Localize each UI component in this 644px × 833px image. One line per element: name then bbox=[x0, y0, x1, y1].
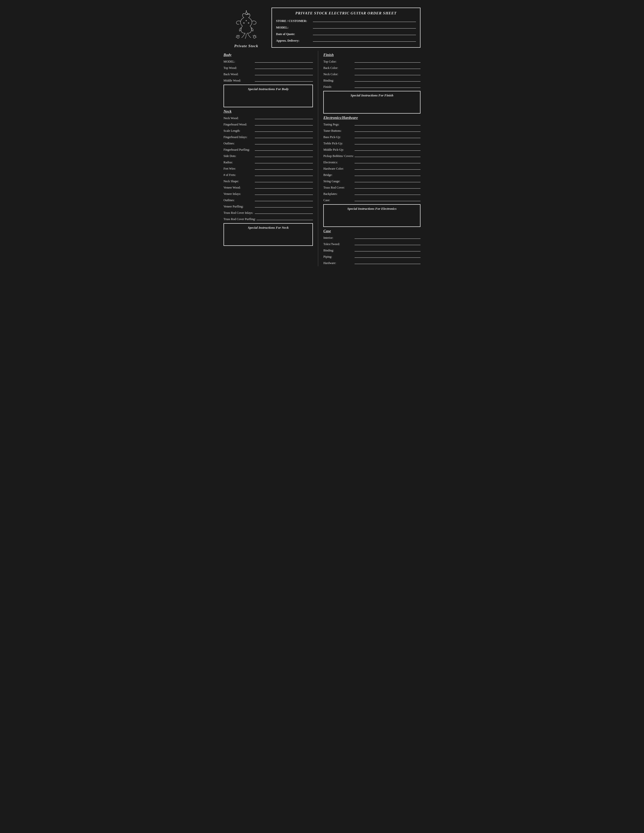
truss-rod-inlays-field: Truss Rod Cover Inlays: bbox=[224, 210, 313, 215]
neck-outlines-input[interactable] bbox=[255, 140, 313, 145]
date-input-line[interactable] bbox=[313, 31, 416, 35]
hardware-color-input[interactable] bbox=[354, 166, 420, 170]
finish-binding-input[interactable] bbox=[354, 77, 420, 82]
fingerboard-purfling-input[interactable] bbox=[255, 147, 313, 151]
truss-rod-cover-input[interactable] bbox=[354, 185, 420, 188]
bridge-label: Bridge: bbox=[323, 173, 354, 177]
date-field: Date of Quote: bbox=[276, 31, 416, 36]
top-color-input[interactable] bbox=[354, 59, 420, 63]
fret-wire-label: Fret Wire: bbox=[224, 167, 254, 170]
body-model-label: MODEL: bbox=[224, 60, 254, 64]
tuning-pegs-input[interactable] bbox=[354, 121, 420, 125]
back-wood-input[interactable] bbox=[255, 71, 313, 75]
radius-input[interactable] bbox=[255, 159, 313, 163]
delivery-input-line[interactable] bbox=[313, 38, 416, 42]
model-header-input-line[interactable] bbox=[313, 24, 416, 29]
veneer-outlines-label: Outlines: bbox=[224, 198, 254, 202]
tolex-label: Tolex/Tweed: bbox=[323, 242, 354, 246]
neck-shape-input[interactable] bbox=[255, 178, 313, 182]
neck-outlines-field: Outlines: bbox=[224, 140, 313, 145]
finish-input[interactable] bbox=[354, 84, 420, 88]
neck-wood-label: Neck Wood: bbox=[224, 116, 254, 120]
middle-wood-label: Middle Wood: bbox=[224, 79, 254, 82]
pickup-bobbins-field: Pickup Bobbins/ Covers: bbox=[323, 153, 420, 158]
svg-point-2 bbox=[243, 23, 245, 24]
back-wood-field: Back Wood: bbox=[224, 71, 313, 76]
fingerboard-wood-input[interactable] bbox=[255, 121, 313, 125]
body-model-input[interactable] bbox=[255, 59, 313, 63]
num-frets-input[interactable] bbox=[255, 172, 313, 176]
backplates-input[interactable] bbox=[354, 191, 420, 195]
scale-length-input[interactable] bbox=[255, 128, 313, 132]
electronics-special-instructions-title: Special Instructions For Electronics bbox=[326, 207, 418, 211]
neck-color-input[interactable] bbox=[354, 71, 420, 75]
veneer-wood-input[interactable] bbox=[255, 185, 313, 188]
treble-pickup-input[interactable] bbox=[354, 140, 420, 145]
left-column: Body MODEL: Top Wood: Back Wood: Middle … bbox=[224, 51, 318, 266]
tolex-input[interactable] bbox=[354, 241, 420, 245]
neck-wood-field: Neck Wood: bbox=[224, 115, 313, 120]
back-color-field: Back Color: bbox=[323, 65, 420, 70]
veneer-purfling-input[interactable] bbox=[255, 203, 313, 207]
backplates-label: Backplates: bbox=[323, 192, 354, 196]
hardware-color-field: Hardware Color: bbox=[323, 166, 420, 170]
string-gauge-field: String Gauge: bbox=[323, 178, 420, 183]
pickup-bobbins-input[interactable] bbox=[354, 153, 420, 157]
truss-rod-inlays-label: Truss Rod Cover Inlays: bbox=[224, 211, 254, 215]
tuning-pegs-label: Tuning Pegs: bbox=[323, 123, 354, 127]
case-binding-field: Binding: bbox=[323, 248, 420, 252]
veneer-outlines-input[interactable] bbox=[255, 197, 313, 201]
piping-input[interactable] bbox=[354, 254, 420, 258]
fingerboard-inlays-field: Fingerboard Inlays: bbox=[224, 134, 313, 139]
back-color-input[interactable] bbox=[354, 65, 420, 69]
middle-wood-field: Middle Wood: bbox=[224, 77, 313, 82]
backplates-field: Backplates: bbox=[323, 191, 420, 196]
fret-wire-input[interactable] bbox=[255, 166, 313, 170]
case-elec-field: Case: bbox=[323, 197, 420, 202]
bridge-field: Bridge: bbox=[323, 172, 420, 177]
string-gauge-label: String Gauge: bbox=[323, 180, 354, 183]
truss-rod-purfling-input[interactable] bbox=[257, 216, 313, 220]
scale-length-label: Scale Length: bbox=[224, 129, 254, 133]
string-gauge-input[interactable] bbox=[354, 178, 420, 182]
num-frets-label: # of Frets: bbox=[224, 173, 254, 177]
top-wood-label: Top Wood: bbox=[224, 66, 254, 70]
neck-color-field: Neck Color: bbox=[323, 71, 420, 76]
middle-pickup-label: Middle Pick-Up: bbox=[323, 148, 354, 152]
middle-wood-input[interactable] bbox=[255, 77, 313, 82]
finish-special-instructions-title: Special Instructions For Finish bbox=[326, 93, 418, 97]
top-wood-input[interactable] bbox=[255, 65, 313, 69]
interior-input[interactable] bbox=[354, 235, 420, 239]
veneer-outlines-field: Outlines: bbox=[224, 197, 313, 202]
top-wood-field: Top Wood: bbox=[224, 65, 313, 70]
logo-area: Private Stock bbox=[224, 8, 269, 48]
fingerboard-wood-field: Fingerboard Wood: bbox=[224, 121, 313, 127]
case-hardware-field: Hardware: bbox=[323, 260, 420, 265]
bridge-input[interactable] bbox=[354, 172, 420, 176]
case-elec-input[interactable] bbox=[354, 197, 420, 201]
veneer-inlays-input[interactable] bbox=[255, 191, 313, 195]
page: Private Stock PRIVATE STOCK ELECTRIC GUI… bbox=[220, 5, 424, 269]
case-hardware-input[interactable] bbox=[354, 260, 420, 264]
bass-pickup-input[interactable] bbox=[354, 134, 420, 138]
piping-field: Piping: bbox=[323, 254, 420, 259]
fingerboard-wood-label: Fingerboard Wood: bbox=[224, 123, 254, 127]
neck-special-instructions-box: Special Instructions For Neck bbox=[224, 223, 313, 246]
delivery-field: Approx. Delivery: bbox=[276, 38, 416, 43]
model-header-field: MODEL: bbox=[276, 24, 416, 29]
case-binding-input[interactable] bbox=[354, 248, 420, 251]
pickup-bobbins-label: Pickup Bobbins/ Covers: bbox=[323, 154, 354, 158]
bass-pickup-label: Bass Pick-Up: bbox=[323, 135, 354, 139]
electronics-input[interactable] bbox=[354, 159, 420, 163]
truss-rod-inlays-input[interactable] bbox=[255, 210, 313, 214]
middle-pickup-input[interactable] bbox=[354, 147, 420, 151]
tuner-buttons-input[interactable] bbox=[354, 128, 420, 132]
neck-wood-input[interactable] bbox=[255, 115, 313, 119]
header-area: Private Stock PRIVATE STOCK ELECTRIC GUI… bbox=[224, 8, 420, 48]
store-label: STORE / CUSTOMER: bbox=[276, 19, 311, 23]
fret-wire-field: Fret Wire: bbox=[224, 166, 313, 170]
electronics-special-instructions-box: Special Instructions For Electronics bbox=[323, 204, 420, 227]
fingerboard-inlays-input[interactable] bbox=[255, 134, 313, 138]
store-input-line[interactable] bbox=[313, 18, 416, 22]
side-dots-input[interactable] bbox=[255, 153, 313, 157]
